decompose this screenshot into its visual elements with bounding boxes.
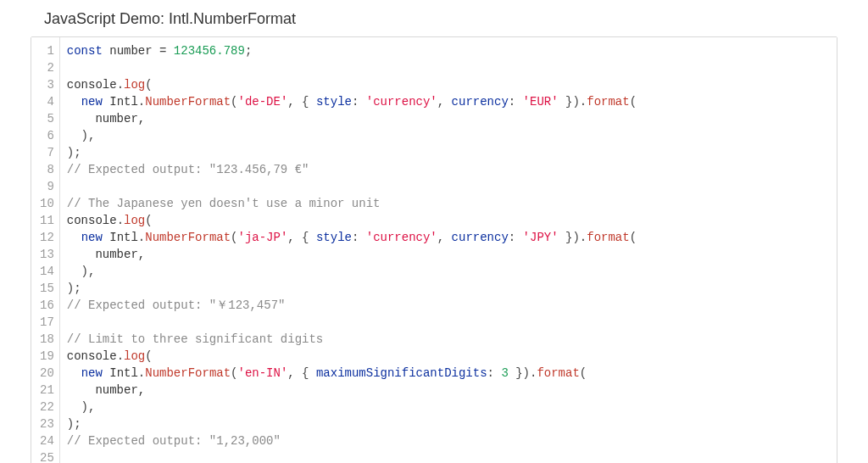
code-line[interactable]: console.log(: [67, 76, 830, 93]
code-token: [67, 366, 81, 380]
code-token: number,: [67, 383, 145, 397]
line-number: 9: [40, 178, 54, 195]
code-token: 'currency': [366, 95, 437, 109]
code-token: format: [587, 231, 629, 244]
demo-container: JavaScript Demo: Intl.NumberFormat 12345…: [27, 0, 841, 463]
code-area[interactable]: const number = 123456.789; console.log( …: [60, 37, 837, 463]
code-line[interactable]: number,: [67, 110, 830, 127]
code-token: 3: [501, 366, 508, 380]
code-token: 'JPY': [523, 231, 559, 244]
code-editor[interactable]: 1234567891011121314151617181920212223242…: [31, 37, 837, 463]
code-token: NumberFormat: [145, 95, 231, 109]
code-line[interactable]: console.log(: [67, 212, 830, 229]
code-line[interactable]: new Intl.NumberFormat('de-DE', { style: …: [67, 93, 830, 110]
code-token: [67, 231, 81, 244]
editor-wrap: 1234567891011121314151617181920212223242…: [31, 36, 837, 463]
code-token: :: [509, 95, 523, 109]
code-token: log: [124, 78, 145, 92]
code-line[interactable]: // Limit to three significant digits: [67, 331, 830, 348]
code-token: console: [67, 349, 117, 363]
code-token: // Expected output: "1,23,000": [67, 434, 281, 448]
code-token: );: [67, 282, 81, 295]
code-token: 'currency': [366, 231, 437, 244]
code-token: .: [117, 349, 124, 363]
line-number: 16: [40, 297, 54, 314]
code-token: log: [124, 349, 145, 363]
line-number: 5: [40, 110, 54, 127]
code-token: ,: [437, 231, 452, 244]
code-line[interactable]: ),: [67, 127, 830, 144]
line-number: 3: [40, 76, 54, 93]
code-token: number: [103, 44, 159, 58]
code-token: 'de-DE': [238, 95, 288, 109]
code-line[interactable]: // The Japanese yen doesn't use a minor …: [67, 195, 830, 212]
code-token: (: [145, 78, 152, 92]
code-line[interactable]: new Intl.NumberFormat('ja-JP', { style: …: [67, 229, 830, 246]
code-token: [166, 44, 173, 58]
code-token: :: [487, 366, 502, 380]
code-token: format: [537, 366, 579, 380]
code-token: ),: [67, 265, 96, 278]
code-token: const: [67, 44, 103, 58]
code-line[interactable]: [67, 59, 830, 76]
code-token: format: [587, 95, 629, 109]
line-number: 18: [40, 331, 54, 348]
code-token: (: [145, 214, 152, 227]
code-line[interactable]: ),: [67, 399, 830, 416]
code-token: :: [509, 231, 523, 244]
code-token: .: [138, 231, 145, 244]
code-token: console: [67, 214, 117, 227]
code-token: .: [117, 214, 124, 227]
code-token: }).: [559, 95, 587, 109]
code-token: maximumSignificantDigits: [316, 366, 487, 380]
code-token: (: [231, 95, 237, 109]
line-number: 12: [40, 229, 54, 246]
line-number: 14: [40, 263, 54, 280]
code-token: Intl: [103, 95, 138, 109]
code-token: 'en-IN': [238, 366, 288, 380]
code-token: ),: [67, 400, 96, 414]
code-token: (: [630, 231, 637, 244]
code-line[interactable]: new Intl.NumberFormat('en-IN', { maximum…: [67, 365, 830, 382]
code-token: // The Japanese yen doesn't use a minor …: [67, 197, 381, 210]
code-token: // Limit to three significant digits: [67, 332, 323, 346]
code-line[interactable]: number,: [67, 382, 830, 399]
line-number: 15: [40, 280, 54, 297]
code-line[interactable]: [67, 178, 830, 195]
code-token: currency: [452, 231, 509, 244]
code-token: new: [81, 95, 103, 109]
code-token: // Expected output: "￥123,457": [67, 298, 286, 312]
code-token: // Expected output: "123.456,79 €": [67, 163, 309, 176]
code-line[interactable]: );: [67, 144, 830, 161]
code-token: (: [231, 366, 237, 380]
code-token: }).: [559, 231, 587, 244]
code-token: new: [81, 366, 103, 380]
code-line[interactable]: );: [67, 416, 830, 432]
code-token: style: [316, 231, 352, 244]
code-token: .: [117, 78, 124, 92]
line-number: 6: [40, 127, 54, 144]
code-line[interactable]: const number = 123456.789;: [67, 42, 830, 59]
code-token: (: [630, 95, 637, 109]
code-token: currency: [452, 95, 509, 109]
code-line[interactable]: );: [67, 280, 830, 297]
code-token: , {: [287, 366, 316, 380]
line-number: 21: [40, 382, 54, 399]
line-number: 7: [40, 144, 54, 161]
line-number: 4: [40, 93, 54, 110]
code-line[interactable]: console.log(: [67, 348, 830, 365]
line-number: 11: [40, 212, 54, 229]
code-line[interactable]: number,: [67, 246, 830, 263]
code-line[interactable]: ),: [67, 263, 830, 280]
code-line[interactable]: // Expected output: "￥123,457": [67, 297, 830, 314]
code-line[interactable]: // Expected output: "1,23,000": [67, 432, 830, 449]
code-line[interactable]: [67, 449, 830, 463]
code-token: );: [67, 146, 81, 159]
code-token: number,: [67, 112, 145, 126]
code-line[interactable]: [67, 314, 830, 331]
code-line[interactable]: // Expected output: "123.456,79 €": [67, 161, 830, 178]
code-token: Intl: [103, 366, 138, 380]
code-token: ),: [67, 129, 96, 142]
line-number: 17: [40, 314, 54, 331]
code-token: 'ja-JP': [238, 231, 288, 244]
